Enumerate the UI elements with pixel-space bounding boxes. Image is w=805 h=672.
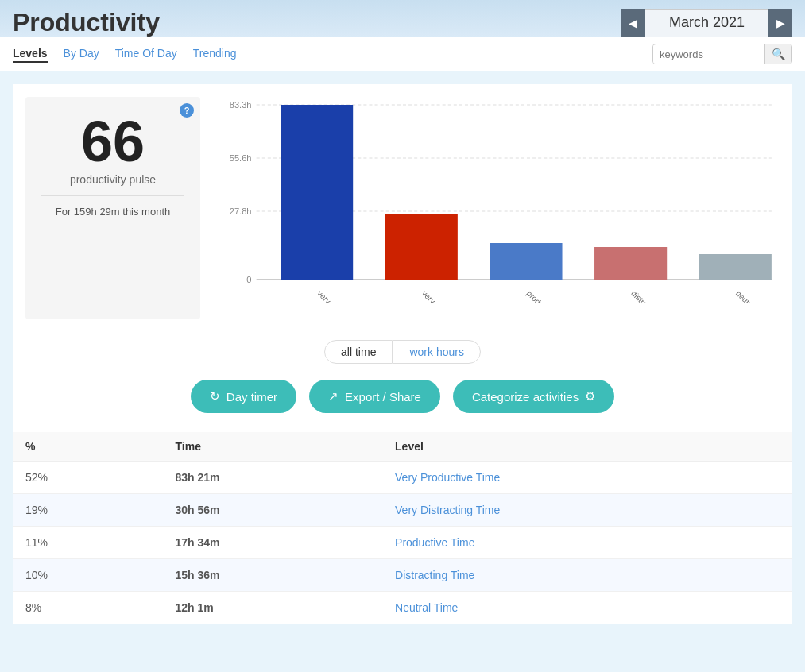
svg-text:distracting: distracting xyxy=(629,289,661,303)
cell-time: 30h 56m xyxy=(163,494,383,527)
toggle-section: all time work hours xyxy=(13,340,792,364)
table-row: 11% 17h 34m Productive Time xyxy=(13,527,792,559)
header: Productivity ◀ March 2021 ▶ xyxy=(0,0,805,37)
bar-very-distracting xyxy=(385,214,458,280)
tab-by-day[interactable]: By Day xyxy=(64,45,99,63)
level-link: Very Productive Time xyxy=(395,471,500,484)
svg-text:0: 0 xyxy=(246,275,251,284)
action-buttons: ↻ Day timer ↗ Export / Share Categorize … xyxy=(13,380,792,413)
search-input[interactable] xyxy=(653,45,764,64)
export-share-button[interactable]: ↗ Export / Share xyxy=(309,380,440,413)
table-row: 10% 15h 36m Distracting Time xyxy=(13,559,792,592)
tab-levels[interactable]: Levels xyxy=(13,45,48,63)
export-label: Export / Share xyxy=(345,390,421,404)
svg-text:very distracting: very distracting xyxy=(420,289,465,303)
main-content: ? 66 productivity pulse For 159h 29m thi… xyxy=(13,84,792,624)
search-button[interactable]: 🔍 xyxy=(764,44,791,64)
bar-productive xyxy=(490,243,562,280)
categorize-label: Categorize activities xyxy=(472,390,579,404)
level-link: Very Distracting Time xyxy=(395,504,500,516)
svg-text:83.3h: 83.3h xyxy=(230,100,252,110)
table-row: 8% 12h 1m Neutral Time xyxy=(13,592,792,624)
cell-time: 15h 36m xyxy=(163,559,383,592)
table-header-row: % Time Level xyxy=(13,432,792,462)
day-timer-button[interactable]: ↻ Day timer xyxy=(191,380,296,413)
level-link: Productive Time xyxy=(395,536,474,549)
tab-time-of-day[interactable]: Time Of Day xyxy=(115,45,177,63)
table-row: 19% 30h 56m Very Distracting Time xyxy=(13,494,792,527)
categorize-button[interactable]: Categorize activities ⚙ xyxy=(453,380,614,413)
productivity-table: % Time Level 52% 83h 21m Very Productive… xyxy=(13,432,792,624)
svg-text:55.6h: 55.6h xyxy=(230,153,252,163)
cell-level[interactable]: Productive Time xyxy=(382,527,792,559)
cell-percent: 8% xyxy=(13,592,163,624)
cell-level[interactable]: Very Productive Time xyxy=(382,462,792,494)
pulse-number: 66 xyxy=(81,113,145,170)
cell-time: 12h 1m xyxy=(163,592,383,624)
search-box: 🔍 xyxy=(652,44,792,64)
day-timer-icon: ↻ xyxy=(210,389,220,404)
nav-controls: ◀ March 2021 ▶ xyxy=(621,9,792,37)
pulse-label: productivity pulse xyxy=(70,173,156,186)
table-row: 52% 83h 21m Very Productive Time xyxy=(13,462,792,494)
chart-area: 83.3h 55.6h 27.8h 0 very productive very… xyxy=(216,97,780,319)
toggle-work-hours[interactable]: work hours xyxy=(393,340,480,364)
export-icon: ↗ xyxy=(328,389,339,404)
bar-neutral xyxy=(699,254,772,280)
cell-level[interactable]: Very Distracting Time xyxy=(382,494,792,527)
current-month: March 2021 xyxy=(645,9,768,37)
cell-percent: 52% xyxy=(13,462,163,494)
svg-text:27.8h: 27.8h xyxy=(230,207,252,216)
bar-distracting xyxy=(594,247,667,280)
col-header-time: Time xyxy=(163,432,383,462)
tabs-bar: Levels By Day Time Of Day Trending 🔍 xyxy=(0,37,805,71)
app-title: Productivity xyxy=(13,8,160,37)
prev-month-button[interactable]: ◀ xyxy=(621,9,645,37)
level-link: Neutral Time xyxy=(395,601,458,614)
gear-icon: ⚙ xyxy=(585,389,595,404)
svg-text:productive: productive xyxy=(525,289,558,303)
tab-trending[interactable]: Trending xyxy=(193,45,237,63)
content-area: ? 66 productivity pulse For 159h 29m thi… xyxy=(13,84,792,332)
cell-percent: 19% xyxy=(13,494,163,527)
bar-very-productive xyxy=(281,105,353,280)
pulse-detail: For 159h 29m this month xyxy=(56,206,171,218)
svg-text:neutral: neutral xyxy=(734,289,758,303)
pulse-divider xyxy=(41,195,184,196)
pulse-card: ? 66 productivity pulse For 159h 29m thi… xyxy=(25,97,200,319)
info-badge[interactable]: ? xyxy=(180,103,194,118)
svg-text:very productive: very productive xyxy=(315,289,361,303)
col-header-level: Level xyxy=(382,432,792,462)
cell-level[interactable]: Neutral Time xyxy=(382,592,792,624)
cell-percent: 11% xyxy=(13,527,163,559)
bar-chart: 83.3h 55.6h 27.8h 0 very productive very… xyxy=(216,97,780,303)
cell-time: 83h 21m xyxy=(163,462,383,494)
toggle-all-time[interactable]: all time xyxy=(324,340,393,364)
day-timer-label: Day timer xyxy=(226,390,277,404)
col-header-percent: % xyxy=(13,432,163,462)
cell-percent: 10% xyxy=(13,559,163,592)
cell-level[interactable]: Distracting Time xyxy=(382,559,792,592)
level-link: Distracting Time xyxy=(395,569,474,581)
tabs-left: Levels By Day Time Of Day Trending xyxy=(13,45,237,63)
cell-time: 17h 34m xyxy=(163,527,383,559)
next-month-button[interactable]: ▶ xyxy=(768,9,792,37)
